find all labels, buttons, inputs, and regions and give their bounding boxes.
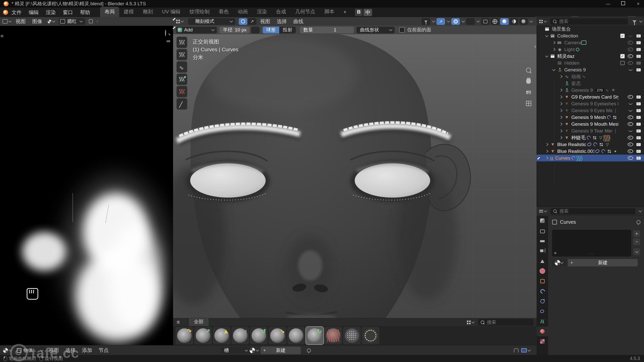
curve-shape-dropdown[interactable]: 曲线形状 <box>356 27 395 33</box>
new-material-button[interactable]: + 新建 <box>261 347 301 354</box>
shader-editor-menu[interactable]: 节点 <box>95 346 112 354</box>
workspace-tab[interactable]: 渲染 <box>252 7 271 17</box>
outliner-item-label[interactable]: Genesis 9 <box>571 87 593 93</box>
menu-item[interactable]: 窗口 <box>59 8 76 17</box>
ime-app-icon[interactable]: B <box>355 9 363 16</box>
shelf-display-icon[interactable] <box>467 321 475 324</box>
disable-render-camera-icon[interactable] <box>636 129 641 132</box>
hide-eye-icon[interactable] <box>628 41 633 44</box>
outliner-row[interactable]: Genesis 9 Mouth Mesh <box>537 121 644 127</box>
shader-editor-menu[interactable]: 选择 <box>62 346 79 354</box>
brush-asset-thumbnail[interactable] <box>325 327 342 344</box>
expand-icon[interactable] <box>558 103 563 105</box>
mode-selector[interactable]: 雕刻模式 <box>188 18 235 25</box>
expand-icon[interactable] <box>544 56 549 57</box>
exclude-checkbox[interactable] <box>620 61 625 65</box>
editor-type-properties-icon[interactable] <box>539 209 548 213</box>
expand-icon[interactable] <box>558 109 563 112</box>
properties-tab[interactable] <box>537 256 548 266</box>
menu-item[interactable]: 渲染 <box>42 8 59 17</box>
disable-render-camera-icon[interactable] <box>636 102 641 105</box>
browse-material-icon[interactable] <box>552 259 567 266</box>
image-editor-menu[interactable]: 图像 <box>29 17 46 26</box>
grid-ortho-icon[interactable] <box>525 100 532 107</box>
hide-eye-icon[interactable] <box>628 129 633 132</box>
properties-tab[interactable] <box>537 326 548 336</box>
minimize-button[interactable]: — <box>604 1 612 7</box>
brush-asset-thumbnail[interactable]: ↘ <box>269 327 286 344</box>
shelf-tab-all[interactable]: 全部 <box>189 317 209 326</box>
exclude-checkbox[interactable] <box>620 34 625 38</box>
radius-slider[interactable]: 半径 10 px <box>219 27 250 33</box>
expand-icon[interactable] <box>558 123 563 125</box>
outliner-row[interactable]: Blue Realistic.001 <box>537 148 644 155</box>
chevron-down-icon[interactable] <box>639 19 642 23</box>
slot-specials-button[interactable] <box>633 248 640 255</box>
expand-icon[interactable] <box>558 130 563 132</box>
outliner-item-label[interactable]: Genesis 9 <box>564 67 586 73</box>
brush-asset-thumbnail[interactable] <box>362 327 379 344</box>
properties-tab[interactable] <box>537 226 548 236</box>
chevron-down-icon[interactable] <box>476 19 480 23</box>
outliner-item-label[interactable]: Camera <box>564 40 581 46</box>
viewport-menu[interactable]: 视图 <box>257 17 273 26</box>
outliner-item-label[interactable]: Hidden <box>564 60 579 66</box>
outliner-item-label[interactable]: Light <box>564 47 575 52</box>
workspace-tab[interactable]: 建模 <box>119 7 138 17</box>
remove-slot-button[interactable]: − <box>633 238 640 245</box>
disable-render-camera-icon[interactable] <box>636 34 641 37</box>
editor-display-icon[interactable] <box>521 348 532 352</box>
hide-eye-icon[interactable] <box>628 156 633 160</box>
collapse-panel-icon[interactable]: « <box>1 33 4 39</box>
chevron-down-icon[interactable] <box>432 19 435 23</box>
properties-tab[interactable] <box>537 286 548 296</box>
shelf-search-input[interactable]: 搜索 <box>478 319 534 326</box>
workspace-tab[interactable]: 雕刻 <box>138 7 157 17</box>
filter-icon[interactable] <box>632 20 636 23</box>
viewport-canvas[interactable]: 正交前视图 (1) Curves | Curves 分米 ∿ + ╱ <box>173 34 537 318</box>
chevron-down-icon[interactable] <box>639 209 642 212</box>
editor-type-outliner-icon[interactable] <box>539 20 548 23</box>
brush-asset-thumbnail[interactable]: ↺ <box>250 327 268 344</box>
pin-icon[interactable] <box>307 348 311 352</box>
outliner-item-label[interactable]: 姿态 <box>571 80 581 87</box>
hide-eye-icon[interactable] <box>628 68 633 71</box>
transform-tool-toggle[interactable]: ↗ <box>248 18 256 25</box>
properties-tab[interactable] <box>537 216 548 226</box>
viewport-menu[interactable]: 选择 <box>273 17 290 26</box>
brush-asset-thumbnail[interactable]: ↷ <box>176 327 193 344</box>
menu-item[interactable]: 帮助 <box>76 8 94 17</box>
camera-view-icon[interactable] <box>525 88 532 96</box>
disable-render-camera-icon[interactable] <box>636 157 641 160</box>
xray-toggle[interactable] <box>481 18 490 25</box>
chevron-down-icon[interactable] <box>462 19 465 23</box>
properties-tab[interactable] <box>537 276 548 286</box>
disable-render-camera-icon[interactable] <box>636 62 641 65</box>
unlink-image-icon[interactable]: × <box>96 19 99 24</box>
add-slot-button[interactable]: + <box>633 230 640 237</box>
material-slots-list[interactable]: ▶ :::: <box>552 230 631 256</box>
resize-grip[interactable]: :::: <box>589 252 594 256</box>
brush-asset-thumbnail[interactable]: ↗ <box>194 327 212 344</box>
snap-icon[interactable] <box>514 348 519 352</box>
expand-icon[interactable] <box>544 143 549 146</box>
outliner-item-label[interactable]: Genesis 9 Mouth Mesh <box>571 121 618 127</box>
outliner-item-label[interactable]: G9 Eyebrows Card Style 06 <box>571 94 618 100</box>
hide-eye-icon[interactable] <box>628 48 633 51</box>
expand-icon[interactable] <box>551 48 556 51</box>
menu-item[interactable]: 编辑 <box>25 8 42 17</box>
properties-tab[interactable] <box>537 296 548 306</box>
outliner-row[interactable]: Genesis 9 Eyelashes Mesh <box>537 100 644 107</box>
chevron-down-icon[interactable] <box>447 19 450 23</box>
material-browse-icon[interactable] <box>250 348 260 353</box>
viewport-menu[interactable]: 曲线 <box>290 17 307 26</box>
outliner-row[interactable]: Genesis 9 270 <box>537 87 644 94</box>
disable-render-camera-icon[interactable] <box>636 48 641 51</box>
sculpt-tool-button[interactable] <box>177 49 187 60</box>
shading-solid-icon[interactable] <box>500 18 509 25</box>
maximize-button[interactable] <box>619 1 627 7</box>
hide-eye-icon[interactable] <box>628 143 633 146</box>
disable-render-camera-icon[interactable] <box>636 41 641 44</box>
show-only-selected-icon[interactable] <box>422 18 430 25</box>
outliner-row[interactable]: Genesis 9 Tear Mesh <box>537 127 644 134</box>
